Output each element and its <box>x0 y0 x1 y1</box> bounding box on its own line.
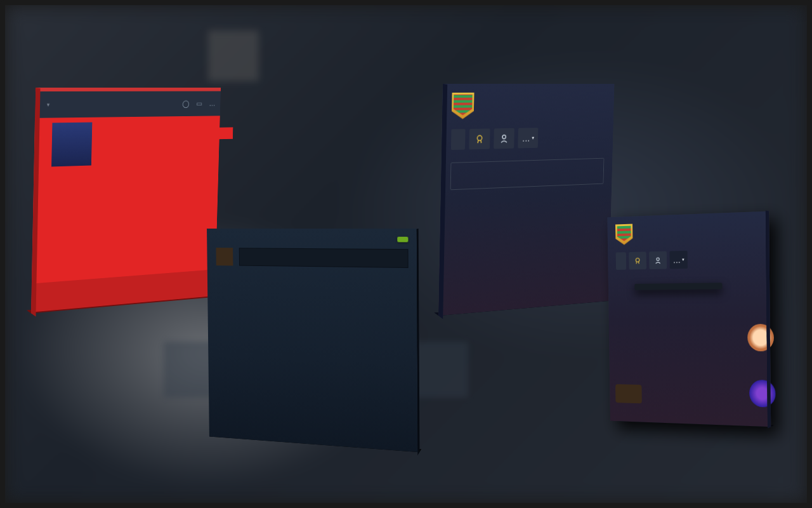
user-button[interactable] <box>494 128 514 149</box>
badge-shield-icon <box>452 93 475 119</box>
add-friend-button[interactable] <box>451 129 466 150</box>
add-friend-button[interactable] <box>616 252 627 270</box>
award-button[interactable] <box>469 128 490 149</box>
svg-point-1 <box>502 135 506 138</box>
person-icon[interactable]: ▭ <box>196 100 202 108</box>
decorative-badge-icon <box>749 380 776 408</box>
user-button[interactable] <box>649 251 667 269</box>
plus-rep-button[interactable] <box>397 237 408 243</box>
my-avatar <box>216 248 233 265</box>
status-box <box>450 158 605 190</box>
steamrep-banned-label-edge <box>213 127 233 139</box>
badge-shield-icon <box>615 224 632 245</box>
decorative-badge-icon <box>615 384 642 403</box>
svg-point-2 <box>636 258 639 262</box>
person-icon <box>655 256 662 264</box>
svg-point-0 <box>477 135 481 140</box>
person-icon <box>499 133 509 144</box>
more-menu-button[interactable]: … ▾ <box>670 251 688 269</box>
award-button[interactable] <box>629 251 646 269</box>
medal-icon[interactable]: ◯ <box>182 100 189 108</box>
medal-icon <box>475 134 485 144</box>
chat-status-title <box>461 167 595 171</box>
more-menu-button[interactable]: … ▾ <box>518 128 538 148</box>
comments-header <box>216 236 408 242</box>
profile-avatar <box>51 123 92 167</box>
svg-point-3 <box>657 257 659 260</box>
more-options-dropdown <box>634 283 722 290</box>
profile-header: ▾ ◯ ▭ … <box>35 91 221 118</box>
more-icon[interactable]: … <box>209 100 216 108</box>
comment-input[interactable] <box>239 248 409 268</box>
medal-icon <box>634 257 641 265</box>
